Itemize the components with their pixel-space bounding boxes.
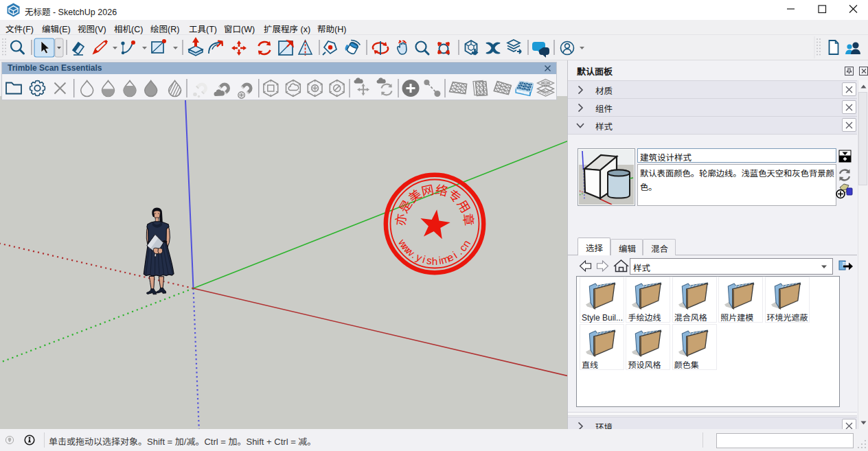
svg-text:章: 章 <box>459 212 479 227</box>
svg-text:h: h <box>431 255 437 267</box>
svg-text:网: 网 <box>420 180 435 200</box>
